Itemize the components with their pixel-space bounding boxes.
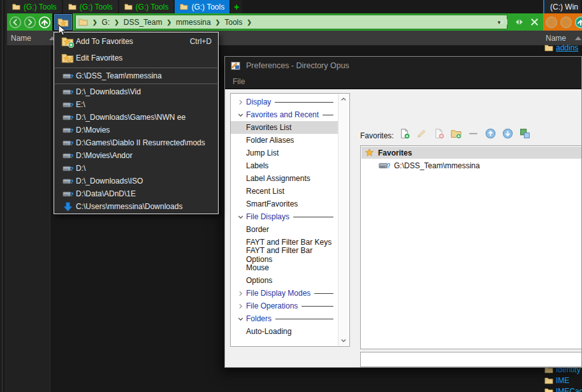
up-button-icon[interactable]: [574, 16, 582, 29]
dual-display-icon[interactable]: [499, 17, 509, 27]
favorites-toolbar: [398, 127, 530, 139]
breadcrumb-segment[interactable]: mmessina: [176, 18, 211, 27]
menu-item-label: Add To Favorites: [76, 37, 180, 46]
svg-text:?: ?: [69, 88, 73, 95]
up-button-icon[interactable]: [38, 16, 51, 29]
branch-icon[interactable]: [519, 127, 530, 139]
menu-item[interactable]: ?D:\Data\ADnD\1E: [54, 187, 218, 200]
chevron-right-icon[interactable]: [231, 289, 246, 298]
dialog-title-bar[interactable]: Preferences - Directory Opus: [225, 57, 581, 74]
menu-item[interactable]: ?E:\: [54, 98, 218, 111]
favorites-list[interactable]: Favorites ?G:\DSS_Team\mmessina: [360, 145, 582, 349]
favorite-entry-label: G:\DSS_Team\mmessina: [394, 161, 480, 170]
breadcrumb-segment[interactable]: DSS_Team: [124, 18, 163, 27]
scroll-up-icon[interactable]: [338, 94, 349, 105]
preferences-app-icon: [231, 61, 241, 71]
tree-category-file-display-modes[interactable]: File Display Modes: [231, 287, 338, 300]
tree-item-auto-loading[interactable]: Auto-Loading: [231, 325, 338, 338]
tab-g-tools-3[interactable]: (G:) Tools: [119, 0, 174, 13]
breadcrumb-segment[interactable]: G:: [102, 18, 110, 27]
tree-scrollbar[interactable]: [338, 94, 349, 345]
menu-item[interactable]: ?D:\Games\Diablo II Resurrected\mods: [54, 136, 218, 149]
menu-item[interactable]: ?D:\Movies: [54, 124, 218, 136]
favorite-entry-row[interactable]: ?G:\DSS_Team\mmessina: [361, 159, 582, 171]
forward-button-icon[interactable]: [24, 16, 36, 29]
favorite-edit-field[interactable]: [360, 352, 582, 367]
move-up-icon[interactable]: [484, 127, 496, 139]
tree-category-folders[interactable]: Folders: [231, 312, 338, 325]
menu-item[interactable]: ?D:\_Downloads\ISO: [54, 175, 218, 187]
tree-item-label-assignments[interactable]: Label Assignments: [231, 172, 338, 185]
preferences-tree[interactable]: DisplayFavorites and RecentFavorites Lis…: [230, 93, 350, 347]
name-column-label[interactable]: Name: [11, 34, 31, 43]
separator-dash-icon: [467, 127, 479, 139]
forward-button-icon[interactable]: [560, 16, 572, 29]
breadcrumb-chevron-icon: ❯: [211, 19, 225, 25]
tab-g-tools-4[interactable]: (G:) Tools: [175, 0, 229, 13]
menu-item[interactable]: Edit Favorites: [54, 50, 218, 66]
folder-item-imecac[interactable]: IMECac: [544, 386, 582, 392]
tree-category-display[interactable]: Display: [231, 96, 338, 108]
favorites-group-row[interactable]: Favorites: [361, 147, 582, 159]
tree-item-folder-aliases[interactable]: Folder Aliases: [231, 134, 338, 147]
svg-text:?: ?: [69, 139, 73, 146]
svg-text:?: ?: [69, 101, 73, 108]
svg-text:?: ?: [387, 161, 390, 169]
menu-item-label: D:\_Downloads\Games\NWN ee: [76, 113, 212, 122]
breadcrumb-chevron-icon: ❯: [110, 19, 124, 25]
chevron-down-icon[interactable]: [231, 213, 246, 221]
menu-item[interactable]: ?D:\Movies\Andor: [54, 149, 218, 162]
tree-item-recent-list[interactable]: Recent List: [231, 185, 338, 198]
menu-file[interactable]: File: [233, 77, 245, 86]
menu-item[interactable]: Add To FavoritesCtrl+D: [54, 33, 218, 50]
tab-g-tools-1[interactable]: (G:) Tools: [7, 0, 62, 13]
edit-favorite-icon[interactable]: [416, 127, 427, 139]
svg-text:?: ?: [69, 113, 73, 120]
tree-item-border[interactable]: Border: [231, 223, 338, 236]
scroll-down-icon[interactable]: [338, 335, 349, 345]
drive-unknown-icon: ?: [59, 139, 76, 147]
preferences-dialog: Preferences - Directory Opus File Displa…: [224, 56, 582, 368]
close-pane-icon[interactable]: [530, 17, 539, 27]
chevron-down-icon[interactable]: [231, 315, 246, 323]
add-favorite-icon[interactable]: [398, 127, 410, 139]
back-button-icon[interactable]: [545, 16, 558, 29]
tree-rule-line: [293, 217, 333, 217]
tree-rule-line: [314, 293, 333, 294]
chevron-right-icon[interactable]: [231, 98, 246, 106]
name-column-label[interactable]: Name: [546, 34, 566, 43]
new-tab-button[interactable]: +: [231, 0, 242, 13]
chevron-right-icon[interactable]: [231, 302, 246, 310]
tree-item-jump-list[interactable]: Jump List: [231, 147, 338, 159]
delete-favorite-icon[interactable]: [433, 127, 444, 139]
tree-category-favorites-and-recent[interactable]: Favorites and Recent: [231, 108, 338, 121]
menu-item[interactable]: ?D:\_Downloads\Vid: [54, 85, 218, 98]
tab-c-win[interactable]: (C:) Win: [544, 0, 581, 13]
menu-item[interactable]: C:\Users\mmessina\Downloads: [54, 200, 218, 213]
folder-item-addins[interactable]: addins: [544, 43, 578, 53]
tab-g-tools-2[interactable]: (G:) Tools: [63, 0, 118, 13]
menu-item[interactable]: ?D:\: [54, 162, 218, 175]
menu-item[interactable]: ?G:\DSS_Team\mmessina: [54, 69, 218, 82]
tab-label: (C:) Win: [550, 3, 578, 11]
add-folder-icon[interactable]: [450, 127, 462, 139]
breadcrumb-segment[interactable]: Tools: [224, 18, 242, 27]
tree-item-label: SmartFavorites: [246, 200, 298, 208]
tree-item-smartfavorites[interactable]: SmartFavorites: [231, 198, 338, 210]
tree-item-fayt-and-filter-bar-options[interactable]: FAYT and Filter Bar Options: [231, 249, 338, 261]
swap-panes-icon[interactable]: [514, 17, 524, 27]
tree-category-file-displays[interactable]: File Displays: [231, 210, 338, 223]
star-icon: [365, 148, 374, 157]
menu-item[interactable]: ?D:\_Downloads\Games\NWN ee: [54, 111, 218, 124]
folder-item-label: IMECac: [556, 387, 582, 392]
breadcrumb[interactable]: ❯G:❯DSS_Team❯mmessina❯Tools❯ ▼: [75, 15, 507, 29]
chevron-down-icon[interactable]: [231, 111, 246, 119]
menu-item-label: D:\Movies: [76, 126, 212, 134]
folder-item-ime[interactable]: IME: [544, 375, 569, 386]
tree-item-favorites-list[interactable]: Favorites List: [231, 121, 338, 134]
tree-category-file-operations[interactable]: File Operations: [231, 300, 338, 312]
tree-item-labels[interactable]: Labels: [231, 159, 338, 172]
move-down-icon[interactable]: [502, 127, 513, 139]
back-button-icon[interactable]: [9, 16, 22, 29]
tree-item-options[interactable]: Options: [231, 274, 338, 287]
